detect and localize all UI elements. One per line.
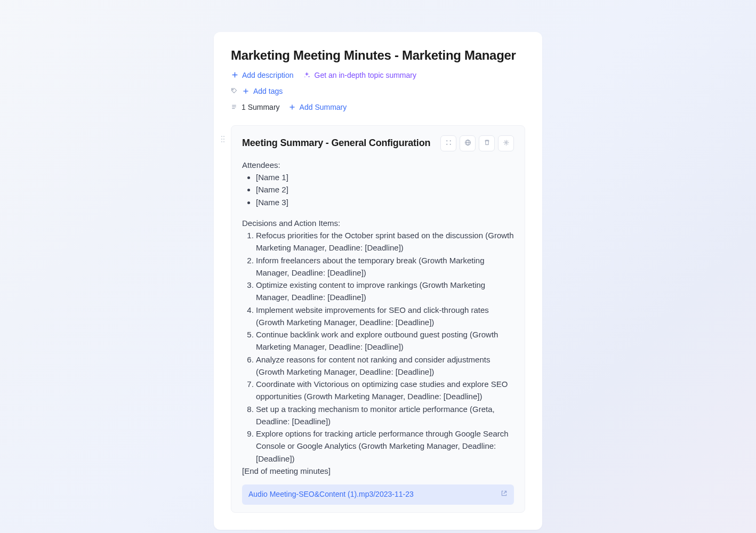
- sparkle-icon: [303, 71, 311, 79]
- list-item: Optimize existing content to improve ran…: [256, 279, 514, 304]
- summary-count: 1 Summary: [231, 103, 280, 111]
- trash-icon: [484, 139, 490, 148]
- plus-icon: [231, 71, 238, 79]
- tag-icon: [231, 88, 237, 94]
- delete-button[interactable]: [479, 135, 495, 151]
- svg-point-25: [505, 142, 506, 143]
- list-item: Analyze reasons for content not ranking …: [256, 353, 514, 378]
- list-icon: [231, 104, 237, 110]
- add-tags-label: Add tags: [253, 87, 283, 95]
- attendees-label: Attendees:: [242, 159, 514, 171]
- svg-point-12: [221, 136, 222, 137]
- svg-point-3: [304, 77, 305, 77]
- list-item: Refocus priorities for the October sprin…: [256, 229, 514, 254]
- list-item: [Name 1]: [256, 171, 514, 183]
- summary-card: Meeting Summary - General Configuration: [231, 125, 525, 513]
- list-item: Continue backlink work and explore outbo…: [256, 328, 514, 353]
- list-item: Implement website improvements for SEO a…: [256, 304, 514, 329]
- svg-point-2: [309, 76, 310, 77]
- summary-toolbar: [440, 135, 514, 151]
- svg-point-21: [449, 143, 451, 144]
- list-item: Explore options for tracking article per…: [256, 427, 514, 465]
- end-note: [End of meeting minutes]: [242, 465, 514, 477]
- decisions-label: Decisions and Action Items:: [242, 217, 514, 229]
- svg-point-18: [446, 140, 447, 141]
- summary-meta-row: 1 Summary Add Summary: [231, 103, 525, 111]
- svg-point-4: [232, 90, 234, 91]
- add-description-label: Add description: [242, 71, 294, 79]
- primary-actions: Add description Get an in-depth topic su…: [231, 71, 525, 79]
- settings-button[interactable]: [498, 135, 514, 151]
- summary-count-label: 1 Summary: [242, 103, 280, 111]
- svg-point-19: [449, 140, 451, 141]
- page-title: Marketing Meeting Minutes - Marketing Ma…: [231, 48, 525, 63]
- globe-icon: [464, 139, 471, 148]
- summary-header: Meeting Summary - General Configuration: [242, 135, 514, 151]
- drag-handle-icon[interactable]: [221, 135, 225, 145]
- svg-line-26: [504, 491, 506, 494]
- svg-point-16: [221, 141, 222, 142]
- list-item: Inform freelancers about the temporary b…: [256, 254, 514, 279]
- get-topic-summary-button[interactable]: Get an in-depth topic summary: [303, 71, 416, 79]
- audio-file-label: Audio Meeting-SEO&Content (1).mp3/2023-1…: [248, 489, 414, 500]
- add-tags-button[interactable]: Add tags: [242, 87, 283, 95]
- summary-body: Attendees: [Name 1][Name 2][Name 3] Deci…: [242, 159, 514, 505]
- add-summary-button[interactable]: Add Summary: [288, 103, 347, 111]
- summary-title: Meeting Summary - General Configuration: [242, 138, 430, 149]
- svg-point-14: [221, 139, 222, 140]
- plus-icon: [288, 103, 296, 111]
- attendees-list: [Name 1][Name 2][Name 3]: [242, 171, 514, 208]
- decisions-list: Refocus priorities for the October sprin…: [242, 229, 514, 465]
- svg-point-15: [223, 139, 224, 140]
- svg-point-13: [223, 136, 224, 137]
- list-item: [Name 2]: [256, 183, 514, 196]
- add-summary-label: Add Summary: [300, 103, 347, 111]
- expand-icon: [445, 139, 452, 148]
- document-card: Marketing Meeting Minutes - Marketing Ma…: [214, 32, 542, 530]
- tags-row: Add tags: [231, 87, 525, 95]
- gear-icon: [503, 139, 510, 148]
- share-button[interactable]: [460, 135, 476, 151]
- list-item: Coordinate with Victorious on optimizing…: [256, 378, 514, 403]
- expand-button[interactable]: [440, 135, 456, 151]
- svg-point-17: [223, 141, 224, 142]
- audio-file-link[interactable]: Audio Meeting-SEO&Content (1).mp3/2023-1…: [242, 484, 514, 505]
- svg-point-20: [446, 143, 447, 144]
- list-item: Set up a tracking mechanism to monitor a…: [256, 403, 514, 428]
- external-link-icon: [501, 489, 508, 500]
- list-item: [Name 3]: [256, 196, 514, 208]
- plus-icon: [242, 87, 250, 95]
- add-description-button[interactable]: Add description: [231, 71, 294, 79]
- get-topic-summary-label: Get an in-depth topic summary: [315, 71, 416, 79]
